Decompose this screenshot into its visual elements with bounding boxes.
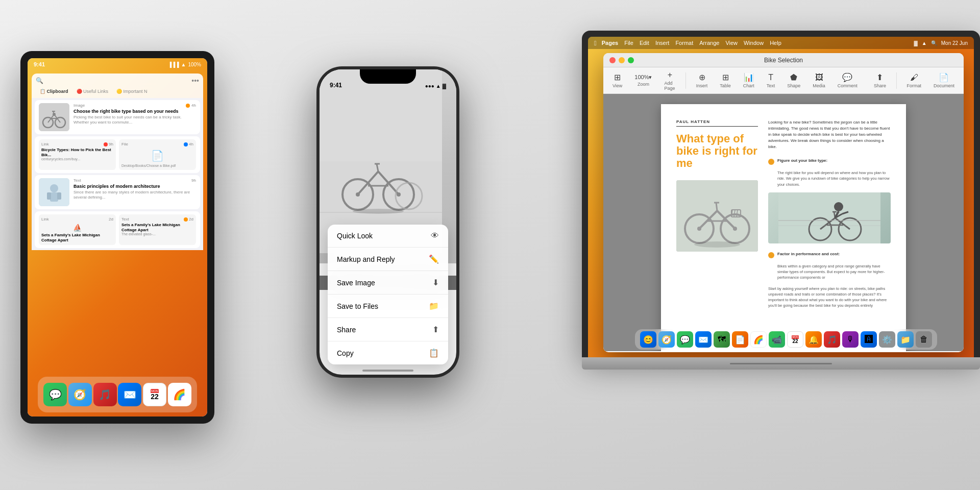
apple-menu-icon[interactable]:  [594,39,597,47]
dock-photos[interactable]: 🌈 [168,383,191,406]
menubar-window[interactable]: Window [744,40,764,46]
macbook-device:  Pages File Edit Insert Format Arrange … [582,31,980,370]
svg-point-51 [834,202,843,211]
toolbar-zoom[interactable]: 100%▾ Zoom [630,72,656,89]
macbook-screen-outer:  Pages File Edit Insert Format Arrange … [582,31,980,357]
close-button[interactable] [609,57,616,63]
iphone-signal-icon: ●●● [425,83,434,89]
macbook-dock[interactable]: 😊 🧭 💬 ✉️ 🗺 📄 🌈 📹 MON 22 [635,329,937,350]
menu-save-files[interactable]: Save to Files 📁 [328,295,448,318]
menu-share[interactable]: Share ⬆ [328,318,448,341]
ipad-device: 9:41 ▐▐▐ ▲ 100% 🔍 ••• 📋 Clipboard 🔴 Usef… [20,51,214,424]
card-bike-preview: Picking the best bike to suit your needs… [74,115,196,126]
dock-pages[interactable]: 📄 [732,331,748,348]
menu-markup-reply[interactable]: Markup and Reply ✏️ [328,248,448,271]
notes-search[interactable]: 🔍 [36,77,43,84]
dock-appstore[interactable]: 🅰 [861,331,877,348]
menu-copy[interactable]: Copy 📋 [328,341,448,364]
tab-important[interactable]: 🟡 Important N [112,88,152,95]
toolbar-sep-2 [896,72,897,89]
menubar-edit[interactable]: Edit [640,40,649,46]
dock-messages[interactable]: 💬 [677,331,693,348]
ipad-signal-icon: ▐▐▐ [168,62,179,67]
ipad-wifi-icon: ▲ [181,62,186,67]
menubar-file[interactable]: File [624,40,633,46]
toolbar-media[interactable]: 🖼 Media [808,71,829,90]
card-arch-title: Basic principles of modern architecture [74,184,196,190]
toolbar-document[interactable]: 📄 Document [929,70,959,90]
tab-clipboard[interactable]: 📋 Clipboard [36,88,72,95]
menubar-arrange[interactable]: Arrange [699,40,719,46]
card-bike-content: Image 4h Choose the right bike type base… [74,103,196,131]
menu-quick-look[interactable]: Quick Look 👁 [328,225,448,248]
dock-mail[interactable]: ✉️ [118,383,141,406]
minimize-button[interactable] [619,57,625,63]
menubar-wifi-icon: ▲ [922,40,927,46]
toolbar-text[interactable]: T Text [763,71,779,90]
menubar-view[interactable]: View [725,40,738,46]
iphone-context-menu[interactable]: Quick Look 👁 Markup and Reply ✏️ Save Im… [328,225,448,364]
ipad-dock[interactable]: 💬 🧭 🎵 ✉️ MON 22 🌈 [38,377,197,412]
svg-rect-12 [47,192,51,200]
menubar-help[interactable]: Help [770,40,781,46]
menubar-format[interactable]: Format [675,40,693,46]
toolbar-sep-1 [685,72,686,89]
dock-finder[interactable]: 😊 [640,331,656,348]
toolbar-share[interactable]: ⬆ Share [870,70,890,90]
pages-right-column: Looking for a new bike? Sometimes the ja… [768,119,891,351]
menu-save-image[interactable]: Save Image ⬇ [328,271,448,295]
dock-reminders[interactable]: 🔔 [805,331,822,348]
toolbar-view[interactable]: ⊞ View [608,70,626,90]
dock-trash[interactable]: 🗑 [916,331,932,348]
dock-photos[interactable]: 🌈 [750,331,767,348]
menubar-search-icon[interactable]: 🔍 [931,40,937,46]
toolbar-comment[interactable]: 💬 Comment [834,70,862,90]
card-cottage-link[interactable]: Link 2d ⛵ Sets a Family's Lake Michigan … [39,214,116,245]
dock-files[interactable]: 📁 [897,331,914,348]
toolbar-add-page[interactable]: + Add Page [660,68,680,93]
dock-maps[interactable]: 🗺 [714,331,730,348]
notes-header: 🔍 ••• [32,74,203,88]
menubar-items[interactable]: Pages File Edit Insert Format Arrange Vi… [602,40,781,46]
dock-calendar[interactable]: MON 22 [787,331,803,348]
card-bicycle-types[interactable]: Link 9h Bicycle Types: How to Pick the B… [39,139,116,170]
menubar-pages[interactable]: Pages [602,40,618,46]
iphone-device: 9:41 ●●● ▲ ▓ [316,66,459,378]
notes-tabs[interactable]: 📋 Clipboard 🔴 Useful Links 🟡 Important N [32,88,203,98]
toolbar-table[interactable]: ⊞ Table [716,70,735,90]
section2-body: Bikes within a given category and price … [777,263,891,281]
dock-safari[interactable]: 🧭 [658,331,675,348]
section1-heading: Figure out your bike type: [768,158,891,165]
article-title: What type of bike is right for me [676,133,758,170]
card-cottage-text[interactable]: Text 2d Sets a Family's Lake Michigan Co… [119,214,196,245]
pages-left-column: PAUL HATTEN What type of bike is right f… [676,119,758,351]
dock-music[interactable]: 🎵 [93,383,117,406]
traffic-lights[interactable] [609,57,634,63]
pages-window[interactable]: Bike Selection ⊞ View 100%▾ Zoom + Add P… [603,53,964,352]
toolbar-shape[interactable]: ⬟ Shape [783,70,804,90]
notes-card-cottage[interactable]: Link 2d ⛵ Sets a Family's Lake Michigan … [35,211,200,248]
card-arch-content: Text 9h Basic principles of modern archi… [74,178,196,206]
menubar-insert[interactable]: Insert [655,40,670,46]
dock-safari[interactable]: 🧭 [68,383,92,406]
ipad-notes-panel[interactable]: 🔍 ••• 📋 Clipboard 🔴 Useful Links 🟡 Impor… [32,74,203,376]
dock-mail[interactable]: ✉️ [695,331,712,348]
menu-save-image-label: Save Image [337,279,375,287]
dock-music[interactable]: 🎵 [824,331,840,348]
toolbar-insert[interactable]: ⊕ Insert [692,70,712,90]
notes-more-icon[interactable]: ••• [191,77,199,85]
toolbar-chart[interactable]: 📊 Chart [739,70,758,90]
tab-useful-links[interactable]: 🔴 Useful Links [72,88,113,95]
dock-facetime[interactable]: 📹 [769,331,785,348]
card-file-pdf[interactable]: File 4h 📄 Desktop/Books/Choose a Bike.pd… [119,139,196,170]
notes-card-link-file[interactable]: Link 9h Bicycle Types: How to Pick the B… [35,136,200,173]
files-icon: 📁 [429,301,439,311]
dock-settings[interactable]: ⚙️ [879,331,895,348]
notes-card-bike[interactable]: Image 4h Choose the right bike type base… [35,100,200,134]
toolbar-format[interactable]: 🖌 Format [902,71,925,90]
dock-podcasts[interactable]: 🎙 [842,331,859,348]
dock-calendar[interactable]: MON 22 [143,383,166,406]
dock-messages[interactable]: 💬 [43,383,67,406]
fullscreen-button[interactable] [628,57,634,63]
notes-card-architecture[interactable]: Text 9h Basic principles of modern archi… [35,175,200,209]
